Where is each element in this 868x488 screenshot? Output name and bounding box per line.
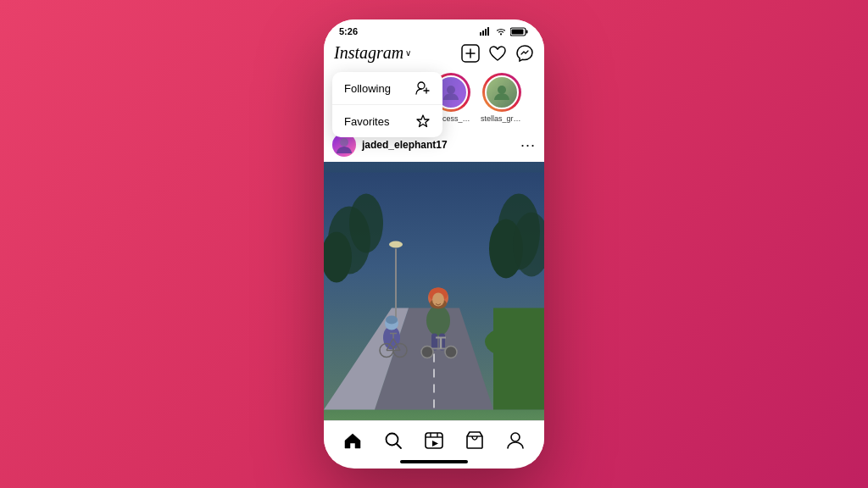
svg-point-22 [349,194,383,253]
svg-point-46 [386,316,398,324]
svg-point-41 [445,347,457,358]
svg-point-36 [432,293,444,307]
status-bar: 5:26 [324,19,544,40]
home-icon [342,430,363,451]
search-icon [383,430,403,451]
svg-marker-14 [417,115,429,127]
shop-icon [465,430,485,451]
following-filter-item[interactable]: Following [332,72,442,104]
svg-point-11 [418,82,425,89]
nav-shop-button[interactable] [464,430,486,452]
header-icons [461,44,534,63]
favorites-filter-item[interactable]: Favorites [332,105,442,137]
svg-point-40 [421,347,433,358]
home-indicator [400,460,468,463]
notifications-button[interactable] [488,44,507,63]
bottom-nav [324,420,544,463]
wifi-icon [495,27,507,36]
instagram-header: Instagram ∨ [324,40,544,68]
story-avatar-stella [485,75,519,109]
svg-rect-3 [487,27,489,36]
status-icons [480,27,529,36]
svg-rect-0 [480,32,481,36]
svg-rect-28 [493,308,544,410]
nav-home-button[interactable] [342,430,364,452]
svg-rect-7 [512,29,524,34]
heart-icon [488,44,507,63]
feed-filter-dropdown: Following Favorites [332,72,442,137]
svg-rect-2 [485,29,487,36]
signal-icon [480,27,492,36]
svg-point-31 [389,241,403,248]
svg-marker-60 [432,441,438,446]
svg-rect-1 [482,30,484,36]
nav-search-button[interactable] [382,430,404,452]
messenger-button[interactable] [515,44,534,63]
plus-square-icon [461,44,480,63]
post-image [324,162,544,420]
profile-icon [505,430,526,451]
nav-profile-button[interactable] [504,430,526,452]
favorites-label: Favorites [344,115,389,128]
messenger-icon [515,44,534,63]
post-username: jaded_elephant17 [362,139,448,151]
svg-point-32 [426,306,450,336]
post-container: jaded_elephant17 ··· [324,128,544,420]
story-avatar-wrap-stella [482,73,521,112]
post-scene-art [324,162,544,420]
svg-rect-56 [426,433,442,448]
svg-point-18 [498,86,506,94]
status-time: 5:26 [339,26,358,36]
svg-rect-6 [526,30,528,33]
instagram-logo[interactable]: Instagram ∨ [334,43,411,63]
add-post-button[interactable] [461,44,480,63]
battery-icon [510,27,529,36]
svg-point-17 [447,86,455,94]
nav-reels-button[interactable] [423,430,445,452]
post-more-options-button[interactable]: ··· [520,136,536,154]
svg-line-55 [397,444,401,448]
svg-point-62 [511,433,520,441]
story-item-stella[interactable]: stellas_gr0... [481,73,523,123]
reels-icon [424,430,444,451]
story-username-stella: stellas_gr0... [481,114,523,123]
svg-point-19 [340,138,348,147]
phone-shell: 5:26 Instagram ∨ [324,19,544,469]
svg-point-4 [500,34,502,36]
star-icon [415,114,431,129]
person-add-icon [415,80,431,96]
logo-chevron: ∨ [405,48,411,58]
following-label: Following [344,82,391,95]
